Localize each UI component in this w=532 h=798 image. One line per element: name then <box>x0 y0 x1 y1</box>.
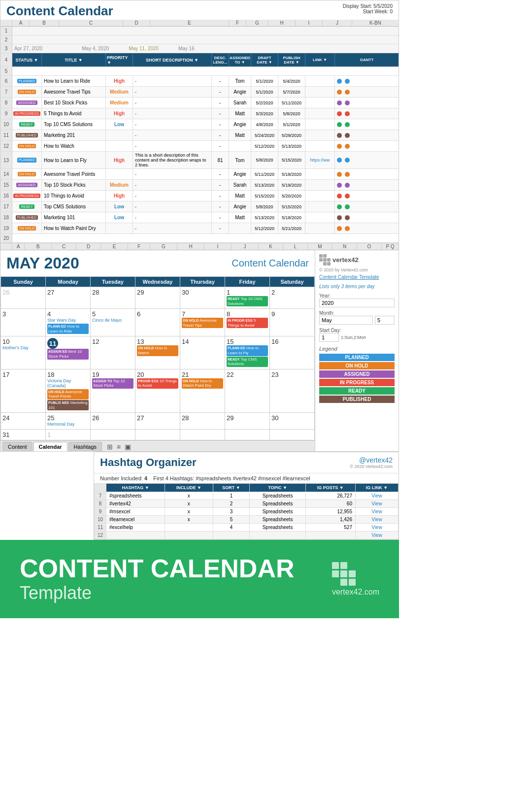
vertex-icon-sm <box>319 254 331 266</box>
chart-icon: ▣ <box>125 443 131 451</box>
row-draft: 5/8/2020 <box>251 152 278 168</box>
row-status: ASSIGNED <box>12 98 42 108</box>
day-number: 18 <box>47 371 89 378</box>
ht-row-num: 8 <box>95 500 106 508</box>
row-assigned: Angie <box>229 87 251 97</box>
tile7 <box>319 262 323 266</box>
day-number: 8 <box>227 310 268 318</box>
calendar-event: PROGR ESS 10 Things to Avoid <box>137 378 178 389</box>
row-title: Awesome Travel Points <box>42 169 106 179</box>
ht-col-posts: IG POSTS ▼ <box>305 484 355 492</box>
tab-hashtags[interactable]: Hashtags <box>68 442 102 451</box>
row-desc: - <box>133 119 212 130</box>
ht-row-num: 11 <box>95 524 106 532</box>
tab-calendar[interactable]: Calendar <box>33 442 67 451</box>
spreadsheet-rows: 6 PLANNED How to Learn to Ride High - - … <box>0 76 399 234</box>
year-field: Year: <box>319 293 395 307</box>
ht-topic: Spreadsheets <box>250 492 305 500</box>
row-status: PLANNED <box>12 152 42 168</box>
row-draft: 5/11/2020 <box>251 169 278 179</box>
row-gantt <box>335 119 399 130</box>
cal-header-thu: Thursday <box>180 277 225 287</box>
row-title: Marketing 101 <box>42 212 106 223</box>
row-desc: - <box>133 141 212 151</box>
ht-tag: #vertex42 <box>106 500 165 508</box>
row-draft: 5/13/2020 <box>251 212 278 223</box>
row-publish: 5/7/2020 <box>278 87 305 97</box>
ht-sort <box>213 532 250 539</box>
row-link <box>305 76 335 86</box>
included-label: Number Included: <box>100 475 143 481</box>
ss-row: 18 PUBLISHED Marketing 101 Low - - Matt … <box>0 212 399 223</box>
start-week-label: Start Week: <box>363 9 389 14</box>
calendar-cell: 30 <box>270 413 315 430</box>
row-title: Best 10 Stock Picks <box>42 98 106 108</box>
row-gantt <box>335 223 399 233</box>
ss-row: 16 IN PROGRESS 10 Things to Avoid High -… <box>0 191 399 201</box>
row-link <box>305 98 335 108</box>
row-draft: 5/12/2020 <box>251 141 278 151</box>
tab-content[interactable]: Content <box>2 442 33 451</box>
calendar-cell: 11 ASSIGN ED Best 10 Stock Picks <box>46 336 91 369</box>
holiday: Victoria Day (Canada) <box>47 378 89 388</box>
row-desc: - <box>133 201 212 212</box>
spreadsheet-title: Content Calendar <box>6 3 113 19</box>
row-desc: - <box>133 130 212 140</box>
row-link <box>305 108 335 119</box>
ht-tag: #msexcel <box>106 508 165 516</box>
calendar-cell: 7 ON HOLD Awesome Travel Tips <box>180 309 225 336</box>
day-number: 13 <box>137 338 178 345</box>
row-desc: - <box>133 223 212 233</box>
day-number: 15 <box>227 338 268 345</box>
calendar-cell: 18Victoria Day (Canada) ON HOLD Awesome … <box>46 369 91 412</box>
row-num: 10 <box>0 119 12 130</box>
row-draft: 5/12/2020 <box>251 223 278 233</box>
row-gantt <box>335 98 399 108</box>
start-day-input[interactable] <box>319 333 339 342</box>
month-input[interactable] <box>319 316 373 325</box>
row-publish: 5/18/2020 <box>278 169 305 179</box>
calendar-cell: 19 ASSIGN TO Top 10 Stock Picks <box>91 369 135 412</box>
row-desclen: - <box>212 223 229 233</box>
ht-sort: 4 <box>213 524 250 532</box>
row-status: ON HOLD <box>12 87 42 97</box>
year-input[interactable] <box>319 299 395 307</box>
month-num-input[interactable] <box>375 316 395 325</box>
row-publish: 5/11/2020 <box>278 98 305 108</box>
day-number: 1 <box>227 289 268 296</box>
calendar-section: MAY 2020 Content Calendar Sunday Monday … <box>0 250 399 452</box>
ht-posts: 12,955 <box>305 508 355 516</box>
row-gantt <box>335 130 399 140</box>
day-number: 24 <box>2 414 44 422</box>
display-start-label: Display Start: <box>343 3 372 9</box>
row-status: PUBLISHED <box>12 212 42 223</box>
day-number: 23 <box>271 371 313 378</box>
calendar-cell: 14 <box>180 336 225 369</box>
row-desc: This is a short description of this cont… <box>133 152 212 168</box>
row-publish: 5/4/2020 <box>278 76 305 86</box>
row-draft: 5/8/2020 <box>251 201 278 212</box>
row-assigned <box>229 141 251 151</box>
calendar-cell: 3 <box>1 309 46 336</box>
row-desclen: - <box>212 98 229 108</box>
row-gantt <box>335 191 399 201</box>
calendar-event: ON HOLD How to Watch Paint Dry <box>182 378 223 389</box>
hashtag-row: 8 #vertex42 x 2 Spreadsheets 60 View <box>95 500 399 508</box>
btile4 <box>332 570 339 577</box>
day-number: 31 <box>2 431 44 438</box>
table-icon: ≡ <box>117 443 121 451</box>
row-priority: Low <box>106 201 133 212</box>
template-link[interactable]: Content Calendar Template <box>319 274 395 280</box>
calendar-event: PLANN ED How to Learn to Ride <box>47 324 89 334</box>
ht-link: View <box>355 508 398 516</box>
row-desc: - <box>133 108 212 119</box>
calendar-cell: 12 <box>91 336 135 369</box>
day-number: 16 <box>271 338 313 345</box>
start-day-label: Start Day: <box>319 328 395 333</box>
calendar-grid: Sunday Monday Tuesday Wednesday Thursday… <box>0 276 315 440</box>
calendar-cell: 9 <box>270 309 315 336</box>
ht-include: x <box>165 500 213 508</box>
row-assigned: Angie <box>229 201 251 212</box>
row-desc: - <box>133 169 212 179</box>
row-desclen: - <box>212 180 229 190</box>
